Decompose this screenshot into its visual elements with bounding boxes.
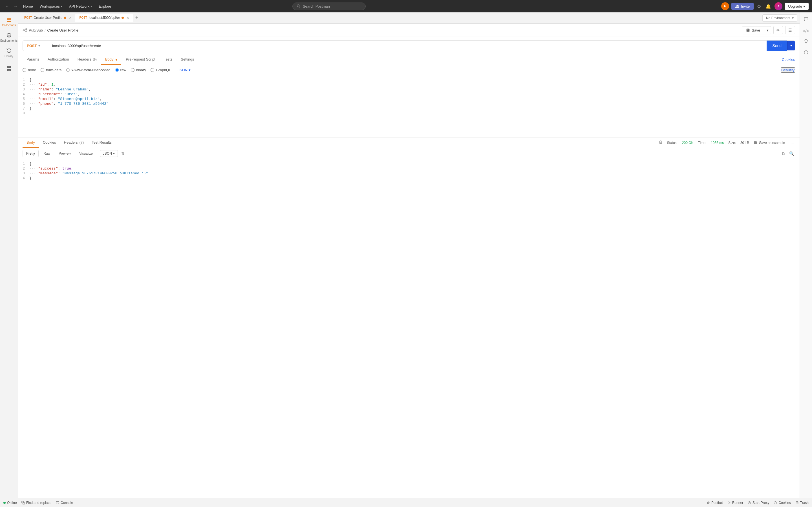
- settings-button[interactable]: ⚙: [756, 3, 762, 10]
- code-line: 4 }: [18, 176, 800, 180]
- response-format-bar: Pretty Raw Preview Visualize JSON ▾: [18, 148, 800, 159]
- lightbulb-button[interactable]: [802, 37, 811, 47]
- globe-icon: [659, 140, 663, 144]
- trash-button[interactable]: Trash: [795, 501, 809, 505]
- bottom-right: Postbot Runner Start Proxy Cookies Trash: [707, 501, 809, 505]
- response-tab-cookies[interactable]: Cookies: [39, 137, 60, 148]
- home-nav[interactable]: Home: [20, 3, 36, 10]
- request-body-editor[interactable]: 1 { 2 ····"id": 1, 3 ····"name": "Leanne…: [18, 75, 800, 137]
- body-graphql[interactable]: GraphQL: [151, 68, 171, 72]
- body-raw[interactable]: raw: [115, 68, 126, 72]
- format-visualize[interactable]: Visualize: [75, 150, 96, 157]
- tab-headers[interactable]: Headers (9): [73, 54, 101, 65]
- notifications-button[interactable]: 🔔: [764, 3, 772, 10]
- response-json-selector[interactable]: JSON ▾: [100, 150, 118, 157]
- proxy-icon: [748, 501, 751, 504]
- top-nav: ← → Home Workspaces ▾ API Network ▾ Expl…: [0, 0, 812, 12]
- url-input[interactable]: [48, 41, 767, 51]
- start-proxy-button[interactable]: Start Proxy: [748, 501, 769, 505]
- code-line: 3 ····"name": "Leanne Graham",: [18, 87, 800, 92]
- postbot-button[interactable]: Postbot: [707, 501, 723, 505]
- code-line: 3 ····"message": "Message 98761731466002…: [18, 171, 800, 176]
- body-form-data[interactable]: form-data: [41, 68, 62, 72]
- code-line: 2 ····"success": true,: [18, 166, 800, 171]
- doc-icon-button[interactable]: ☰: [785, 26, 795, 34]
- sidebar-item-apps[interactable]: [1, 63, 17, 73]
- cookies-icon: [774, 501, 777, 504]
- tab-create-user-profile[interactable]: POST Create User Profile ×: [20, 14, 75, 22]
- save-button[interactable]: Save: [742, 26, 764, 34]
- filter-button[interactable]: ⇅: [119, 150, 127, 157]
- response-tab-test-results[interactable]: Test Results: [88, 137, 116, 148]
- svg-point-0: [297, 5, 299, 7]
- code-line: 8: [18, 111, 800, 116]
- code-line: 2 ····"id": 1,: [18, 82, 800, 87]
- size-label: Size:: [728, 141, 736, 145]
- code-button[interactable]: </>: [801, 26, 811, 36]
- search-response-button[interactable]: 🔍: [788, 150, 795, 157]
- more-tabs-button[interactable]: ···: [140, 15, 149, 21]
- save-example-button[interactable]: Save as example: [754, 141, 785, 145]
- copy-response-button[interactable]: ⧉: [781, 150, 786, 157]
- environment-selector[interactable]: No Environment ▾: [762, 14, 797, 22]
- save-dropdown-button[interactable]: ▾: [764, 26, 771, 34]
- tab1-close[interactable]: ×: [69, 15, 71, 20]
- body-urlencoded[interactable]: x-www-form-urlencoded: [66, 68, 110, 72]
- sidebar-item-collections[interactable]: Collections: [1, 15, 17, 29]
- response-tab-body[interactable]: Body: [22, 137, 39, 148]
- tab-tests[interactable]: Tests: [160, 54, 176, 65]
- tab-params[interactable]: Params: [22, 54, 43, 65]
- format-raw[interactable]: Raw: [40, 150, 54, 157]
- upgrade-button[interactable]: Upgrade ▾: [784, 3, 809, 10]
- send-button[interactable]: Send: [767, 41, 787, 51]
- add-tab-button[interactable]: +: [133, 14, 141, 21]
- search-bar[interactable]: Search Postman: [292, 3, 366, 10]
- tab-localhost[interactable]: POST localhost:5000/api/er ×: [75, 14, 133, 22]
- edit-icon: ✏: [776, 28, 780, 33]
- svg-line-16: [24, 29, 26, 30]
- breadcrumb-parent[interactable]: Pub/Sub: [29, 28, 43, 33]
- tab-body[interactable]: Body: [101, 54, 121, 65]
- beautify-button[interactable]: Beautify: [781, 67, 795, 73]
- env-arrow: ▾: [792, 16, 794, 20]
- tab2-close[interactable]: ×: [126, 15, 129, 20]
- workspaces-arrow: ▾: [61, 5, 62, 8]
- tab-prerequest[interactable]: Pre-request Script: [122, 54, 159, 65]
- cookies-link[interactable]: Cookies: [782, 55, 795, 64]
- body-none[interactable]: none: [22, 68, 36, 72]
- code-line: 1 {: [18, 161, 800, 166]
- cookies-bottom-button[interactable]: Cookies: [774, 501, 791, 505]
- info-button[interactable]: [802, 48, 811, 58]
- send-dropdown-button[interactable]: ▾: [787, 41, 795, 50]
- body-options: none form-data x-www-form-urlencoded raw…: [18, 65, 800, 75]
- invite-button[interactable]: Invite: [731, 3, 754, 10]
- top-nav-right: P Invite ⚙ 🔔 A Upgrade ▾: [721, 2, 809, 10]
- comments-button[interactable]: [802, 15, 811, 25]
- forward-button[interactable]: →: [12, 3, 19, 10]
- sidebar-item-environments[interactable]: Environments: [1, 30, 17, 45]
- response-tab-headers[interactable]: Headers (7): [60, 137, 88, 148]
- json-format-selector[interactable]: JSON ▾: [177, 68, 191, 72]
- tab2-method: POST: [79, 16, 87, 19]
- runner-button[interactable]: Runner: [727, 501, 743, 505]
- svg-rect-9: [7, 66, 9, 68]
- explore-nav[interactable]: Explore: [96, 3, 114, 10]
- tab-authorization[interactable]: Authorization: [44, 54, 73, 65]
- body-binary[interactable]: binary: [131, 68, 146, 72]
- svg-rect-12: [9, 69, 11, 71]
- history-label: History: [4, 55, 13, 58]
- tab2-unsaved-dot: [121, 17, 124, 19]
- console-button[interactable]: Console: [56, 501, 73, 505]
- response-more-button[interactable]: ···: [790, 139, 795, 146]
- back-button[interactable]: ←: [3, 3, 11, 10]
- doc-icon: ☰: [788, 28, 792, 33]
- edit-icon-button[interactable]: ✏: [773, 26, 783, 34]
- find-replace-button[interactable]: Find and replace: [21, 501, 51, 505]
- method-selector[interactable]: POST ▾: [23, 41, 48, 51]
- workspaces-nav[interactable]: Workspaces ▾: [37, 3, 65, 10]
- api-network-nav[interactable]: API Network ▾: [66, 3, 95, 10]
- tab-settings[interactable]: Settings: [177, 54, 198, 65]
- sidebar-item-history[interactable]: History: [1, 46, 17, 60]
- format-pretty[interactable]: Pretty: [22, 150, 39, 157]
- format-preview[interactable]: Preview: [55, 150, 74, 157]
